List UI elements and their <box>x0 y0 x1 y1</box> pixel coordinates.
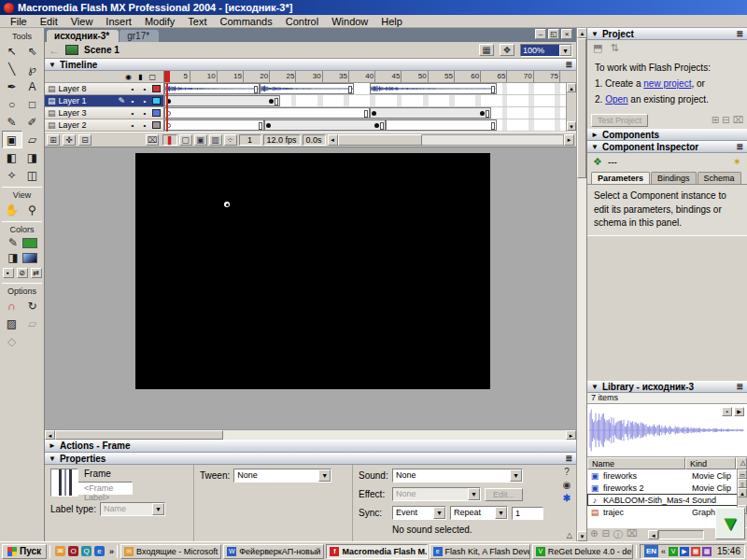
scroll-up-icon[interactable]: ▲ <box>567 83 576 92</box>
frame-row-layer-3[interactable] <box>164 119 576 132</box>
panel-menu-icon[interactable]: ≣ <box>736 29 743 38</box>
frame-rows[interactable] <box>164 83 576 132</box>
menu-control[interactable]: Control <box>279 15 325 28</box>
rectangle-tool[interactable]: □ <box>22 95 43 113</box>
stage-horizontal-scrollbar[interactable]: ◄ ► <box>45 429 576 440</box>
swap-colors-button[interactable]: ⇄ <box>31 268 42 278</box>
panel-menu-icon[interactable]: ≣ <box>736 382 743 391</box>
properties-header[interactable]: ▼ Properties ≣ <box>45 453 576 465</box>
playhead-marker[interactable] <box>164 71 170 82</box>
timeline-ruler[interactable]: 51015202530354045505560657075 <box>164 71 576 83</box>
chevron-down-icon[interactable]: ▼ <box>433 507 445 519</box>
scroll-right-icon[interactable]: ► <box>566 430 576 440</box>
scroll-track[interactable] <box>658 530 704 539</box>
scroll-thumb[interactable] <box>55 430 223 440</box>
snap-to-objects-button[interactable]: ∩ <box>2 297 22 315</box>
scroll-track[interactable] <box>223 430 566 440</box>
menu-insert[interactable]: Insert <box>99 15 138 28</box>
component-inspector-header[interactable]: ▼ Component Inspector ≣ <box>587 141 747 153</box>
frame-row-layer-2[interactable] <box>164 107 576 119</box>
reget-drop-basket[interactable]: ▼ <box>715 508 745 539</box>
layer-row-layer-1[interactable]: ▤Layer 1✎•• <box>45 95 163 107</box>
sync-select[interactable]: Event ▼ <box>392 506 446 520</box>
project-dropdown-icon[interactable]: ⬒ <box>593 42 602 54</box>
menu-window[interactable]: Window <box>325 15 374 28</box>
new-folder-button[interactable]: ⊟ <box>601 528 609 541</box>
tween-select[interactable]: None ▼ <box>233 469 331 483</box>
tab-bindings[interactable]: Bindings <box>651 172 697 184</box>
timeline-vertical-scrollbar[interactable]: ▲ ▼ <box>566 83 576 132</box>
scroll-thumb[interactable] <box>338 134 422 146</box>
keyspan-span[interactable] <box>264 119 386 131</box>
sound-select[interactable]: None ▼ <box>392 469 523 483</box>
edit-scene-button[interactable]: ▦ <box>479 44 494 56</box>
library-item[interactable]: ▣fireworks 2Movie Clip <box>587 482 747 494</box>
fill-transform-tool[interactable]: ▱ <box>22 131 43 148</box>
chevron-down-icon[interactable]: ▼ <box>468 488 480 500</box>
edit-symbols-button[interactable]: ❖ <box>500 44 514 56</box>
library-item[interactable]: ▣fireworksMovie Clip <box>587 469 747 482</box>
layer-outline-color-swatch[interactable] <box>152 97 161 105</box>
brush-tool[interactable]: ✐ <box>22 113 43 131</box>
actions-panel-header[interactable]: ► Actions - Frame <box>45 440 576 453</box>
taskbar-button[interactable]: fMacromedia Flash M... <box>326 544 427 559</box>
line-tool[interactable]: ╲ <box>2 60 22 77</box>
taskbar-button[interactable]: ✉Входящие - Microsoft ... <box>120 544 221 559</box>
taskbar-button[interactable]: eFlash Kit, A Flash Devel... <box>430 544 530 559</box>
current-frame-field[interactable]: 1 <box>239 134 261 146</box>
show-hide-dot[interactable]: • <box>128 85 137 93</box>
chevron-down-icon[interactable]: ▼ <box>495 507 507 519</box>
item-properties-button[interactable]: ⓘ <box>613 528 623 541</box>
scroll-right-icon[interactable]: ► <box>564 134 574 146</box>
menu-modify[interactable]: Modify <box>138 15 181 28</box>
scroll-down-icon[interactable]: ▼ <box>567 121 576 131</box>
scroll-thumb[interactable] <box>577 38 586 178</box>
new-project-link[interactable]: new project <box>643 78 691 89</box>
icq-quicklaunch-icon[interactable]: Q <box>81 546 92 556</box>
lock-dot[interactable]: • <box>140 121 149 130</box>
sound-span[interactable] <box>370 83 497 94</box>
text-tool[interactable]: A <box>22 77 43 95</box>
tray-chevron-icon[interactable]: « <box>661 547 666 556</box>
playhead[interactable] <box>166 83 168 132</box>
new-symbol-button[interactable]: ⊕ <box>590 528 598 541</box>
layer-outline-color-swatch[interactable] <box>152 85 161 92</box>
zoom-value[interactable]: 100% <box>521 45 559 56</box>
selection-tool[interactable]: ↖ <box>2 42 22 60</box>
column-header-kind[interactable]: Kind <box>685 457 736 469</box>
emptyspan-span[interactable] <box>386 119 497 131</box>
show-hide-dot[interactable]: • <box>128 97 137 105</box>
sound-span[interactable] <box>260 83 355 94</box>
show-hide-dot[interactable]: • <box>128 121 137 130</box>
pencil-tool[interactable]: ✎ <box>2 113 22 131</box>
frame-row-layer-1[interactable] <box>164 95 576 107</box>
paint-bucket-tool[interactable]: ◨ <box>22 148 43 166</box>
library-item[interactable]: ♪KABLOOM-Sith_Mas-488Sound <box>587 494 747 506</box>
stage-vertical-scrollbar[interactable]: ▲ ▼ <box>576 28 586 541</box>
keyspan-span[interactable] <box>164 95 280 106</box>
scroll-track[interactable] <box>738 497 747 505</box>
menu-edit[interactable]: Edit <box>34 15 64 28</box>
lock-icon[interactable]: ▮ <box>138 73 142 81</box>
sound-span[interactable] <box>164 83 260 94</box>
layer-outline-color-swatch[interactable] <box>152 121 161 129</box>
player-tray-icon[interactable]: ▶ <box>680 547 689 556</box>
edit-sound-button[interactable]: Edit... <box>485 488 523 501</box>
document-tab[interactable]: исходник-3* <box>47 30 119 42</box>
play-icon[interactable]: ▶ <box>734 407 744 416</box>
version-control-icon[interactable]: ⇅ <box>610 42 618 54</box>
layer-row-layer-2[interactable]: ▤Layer 2•• <box>45 119 163 132</box>
stroke-color-swatch[interactable] <box>22 238 37 248</box>
repeat-count-input[interactable]: 1 <box>512 507 543 520</box>
timeline-header[interactable]: ▼ Timeline ≣ <box>45 59 576 71</box>
timeline-horizontal-scrollbar[interactable]: ◄ ► <box>328 134 574 146</box>
star-icon[interactable]: ✶ <box>733 156 741 168</box>
emptyspan-span[interactable] <box>164 107 370 119</box>
open-project-link[interactable]: Open <box>605 94 627 105</box>
collapse-panel-icon[interactable]: △ <box>567 531 572 539</box>
add-file-icon[interactable]: ⊟ <box>722 115 729 125</box>
project-panel-header[interactable]: ▼ Project ≣ <box>587 28 747 40</box>
ink-bottle-tool[interactable]: ◧ <box>2 148 22 166</box>
scroll-track[interactable] <box>567 92 576 121</box>
wide-view-icon[interactable]: ▭ <box>738 469 747 479</box>
